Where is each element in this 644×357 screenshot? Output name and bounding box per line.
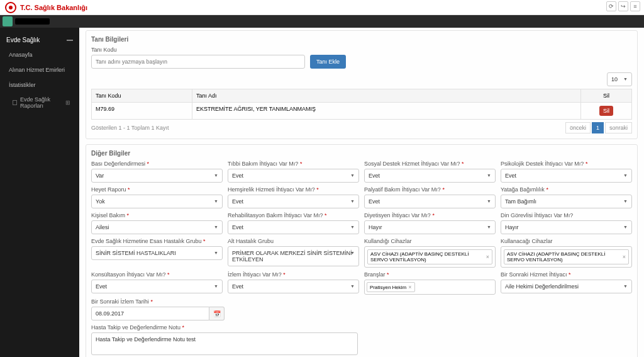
alt-select[interactable]: PRİMER OLARAK MERKEZİ SİNİR SİSTEMİNİ ET… (228, 246, 359, 266)
sosyal-select[interactable]: Evet (364, 169, 496, 183)
next-page[interactable]: sonraki (605, 122, 632, 133)
remove-chip-icon[interactable]: × (486, 254, 489, 260)
sidebar-item-hizmet-emirleri[interactable]: Alınan Hizmet Emirleri (0, 62, 79, 77)
th-sil: Sil (581, 89, 631, 102)
brans-multi[interactable]: Pratisyen Hekim× (364, 280, 496, 295)
palyatif-select[interactable]: Evet (364, 195, 496, 208)
sidebar-item-istatistikler[interactable]: İstatistikler (0, 77, 79, 93)
remove-chip-icon[interactable]: × (623, 254, 626, 260)
notu-textarea[interactable] (91, 332, 358, 355)
tani-table: Tanı Kodu Tanı Adı Sil M79.69 EKSTREMİTE… (91, 89, 632, 120)
sidebar-item-anasayfa[interactable]: Anasayfa (0, 47, 79, 62)
top-bar: T.C. Sağlık Bakanlığı ⟳ ↪ ≡ (0, 0, 644, 15)
table-row: M79.69 EKSTREMİTE AĞRISI, YER TANIMLANMA… (91, 102, 632, 120)
tibbi-select[interactable]: Evet (228, 169, 359, 183)
kullandigi-multi[interactable]: ASV CİHAZI (ADAPTİV BASINÇ DESTEKLİ SERV… (364, 246, 496, 268)
sidebar-item-raporlari[interactable]: Evde Sağlık Raporları ⊞ (0, 93, 79, 113)
ministry-title: T.C. Sağlık Bakanlığı (20, 4, 87, 11)
pagination: önceki 1 sonraki (565, 122, 632, 133)
panel-title: Tanı Bilgileri (91, 36, 632, 43)
sidebar: Evde Sağlık Anasayfa Alınan Hizmet Emirl… (0, 28, 79, 357)
ministry-logo-icon (5, 2, 16, 13)
remove-chip-icon[interactable]: × (408, 284, 411, 290)
tani-kodu-input[interactable] (91, 55, 305, 69)
kisisel-select[interactable]: Ailesi (91, 220, 223, 234)
user-bar (0, 15, 644, 28)
avatar (3, 16, 13, 26)
panel-tani-bilgileri: Tanı Bilgileri Tanı Kodu Tanı Ekle 10 Ta… (86, 30, 638, 139)
tani-ekle-button[interactable]: Tanı Ekle (310, 55, 346, 69)
kullanacagi-multi[interactable]: ASV CİHAZI (ADAPTİV BASINÇ DESTEKLİ SERV… (501, 246, 632, 268)
yataga-select[interactable]: Tam Bağımlı (501, 195, 632, 208)
table-summary: Gösterilen 1 - 1 Toplam 1 Kayıt (91, 125, 169, 131)
tani-kodu-label: Tanı Kodu (91, 47, 632, 53)
refresh-button[interactable]: ⟳ (606, 1, 616, 11)
calendar-icon[interactable]: 📅 (209, 307, 225, 320)
psiko-select[interactable]: Evet (501, 169, 632, 183)
expand-icon: ⊞ (65, 99, 70, 106)
heyet-select[interactable]: Yok (91, 195, 223, 208)
content-area: Tanı Bilgileri Tanı Kodu Tanı Ekle 10 Ta… (79, 28, 644, 357)
report-icon (13, 100, 17, 105)
exit-button[interactable]: ↪ (618, 1, 628, 11)
th-adi[interactable]: Tanı Adı (192, 89, 581, 102)
sidebar-section-evde-saglik[interactable]: Evde Sağlık (0, 33, 79, 47)
esas-select[interactable]: SİNİR SİSTEMİ HASTALIKLARI (91, 246, 223, 260)
izlem-select[interactable]: Evet (228, 280, 359, 293)
cell-name: EKSTREMİTE AĞRISI, YER TANIMLANMAMIŞ (192, 103, 581, 119)
hemsire-select[interactable]: Evet (228, 195, 359, 208)
basi-select[interactable]: Var (91, 169, 223, 183)
panel-diger-bilgiler: Diğer Bilgiler Bası DeğerlendirmesiVar T… (86, 144, 638, 357)
cell-code: M79.69 (92, 103, 192, 119)
page-size-select[interactable]: 10 (607, 72, 632, 86)
delete-button[interactable]: Sil (599, 106, 613, 116)
prev-page[interactable]: önceki (565, 122, 591, 133)
din-select[interactable]: Hayır (501, 220, 632, 234)
konsul-select[interactable]: Evet (91, 280, 223, 293)
page-1[interactable]: 1 (592, 122, 604, 133)
tarih-input[interactable] (91, 307, 209, 320)
sonraki-select[interactable]: Aile Hekimi Değerlendirilmesi (501, 280, 632, 293)
rehab-select[interactable]: Evet (228, 220, 359, 234)
user-name-redacted (15, 18, 50, 25)
collapse-icon (67, 40, 73, 41)
diyet-select[interactable]: Hayır (364, 220, 496, 234)
hamburger-button[interactable]: ≡ (630, 1, 640, 11)
th-kodu[interactable]: Tanı Kodu (92, 89, 192, 102)
